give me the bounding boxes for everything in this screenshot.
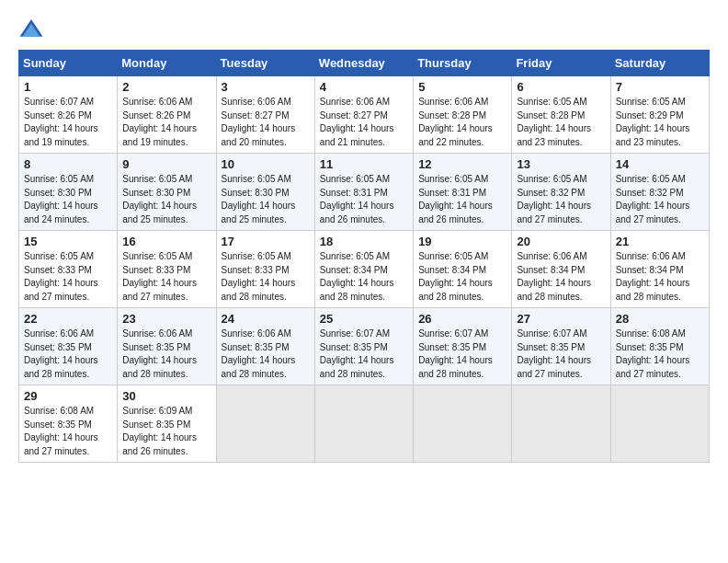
day-number: 16	[122, 235, 210, 248]
day-number: 4	[320, 80, 408, 94]
calendar-day-cell: 2Sunrise: 6:06 AMSunset: 8:26 PMDaylight…	[118, 76, 216, 154]
calendar-day-cell: 7Sunrise: 6:05 AMSunset: 8:29 PMDaylight…	[610, 76, 709, 154]
day-info: Sunrise: 6:06 AMSunset: 8:27 PMDaylight:…	[222, 96, 310, 149]
calendar-week-row: 29Sunrise: 6:08 AMSunset: 8:35 PMDayligh…	[19, 385, 710, 463]
day-number: 22	[24, 312, 112, 326]
calendar-day-cell: 6Sunrise: 6:05 AMSunset: 8:28 PMDaylight…	[512, 76, 610, 154]
day-number: 26	[418, 312, 506, 326]
calendar-day-cell: 12Sunrise: 6:05 AMSunset: 8:31 PMDayligh…	[414, 154, 512, 231]
calendar-body: 1Sunrise: 6:07 AMSunset: 8:26 PMDaylight…	[19, 76, 710, 463]
day-info: Sunrise: 6:05 AMSunset: 8:31 PMDaylight:…	[418, 173, 506, 226]
day-info: Sunrise: 6:05 AMSunset: 8:33 PMDaylight:…	[24, 250, 112, 304]
day-info: Sunrise: 6:07 AMSunset: 8:35 PMDaylight:…	[320, 327, 408, 381]
calendar-day-cell: 4Sunrise: 6:06 AMSunset: 8:27 PMDaylight…	[314, 76, 413, 154]
day-number: 20	[517, 235, 605, 248]
day-number: 12	[418, 157, 506, 171]
day-number: 19	[418, 235, 506, 248]
calendar-day-cell: 25Sunrise: 6:07 AMSunset: 8:35 PMDayligh…	[314, 308, 413, 385]
calendar-day-cell: 5Sunrise: 6:06 AMSunset: 8:28 PMDaylight…	[414, 76, 512, 154]
calendar-header-cell: Friday	[512, 51, 610, 76]
day-number: 11	[320, 157, 408, 171]
calendar-day-cell: 3Sunrise: 6:06 AMSunset: 8:27 PMDaylight…	[216, 76, 314, 154]
day-info: Sunrise: 6:06 AMSunset: 8:26 PMDaylight:…	[122, 96, 210, 149]
day-number: 2	[122, 80, 210, 94]
calendar-day-cell: 13Sunrise: 6:05 AMSunset: 8:32 PMDayligh…	[512, 154, 610, 231]
calendar-day-cell	[512, 385, 610, 463]
day-info: Sunrise: 6:06 AMSunset: 8:27 PMDaylight:…	[320, 96, 408, 149]
calendar-header-cell: Sunday	[19, 51, 118, 76]
day-number: 30	[122, 389, 210, 403]
day-info: Sunrise: 6:07 AMSunset: 8:35 PMDaylight:…	[418, 327, 506, 381]
day-info: Sunrise: 6:05 AMSunset: 8:28 PMDaylight:…	[517, 96, 605, 149]
day-info: Sunrise: 6:06 AMSunset: 8:35 PMDaylight:…	[122, 327, 210, 381]
calendar-header-cell: Tuesday	[216, 51, 314, 76]
day-number: 18	[320, 235, 408, 248]
day-info: Sunrise: 6:06 AMSunset: 8:35 PMDaylight:…	[222, 327, 310, 381]
calendar-week-row: 22Sunrise: 6:06 AMSunset: 8:35 PMDayligh…	[19, 308, 710, 385]
day-info: Sunrise: 6:06 AMSunset: 8:28 PMDaylight:…	[418, 96, 506, 149]
calendar-header-cell: Saturday	[610, 51, 709, 76]
calendar-day-cell: 10Sunrise: 6:05 AMSunset: 8:30 PMDayligh…	[216, 154, 314, 231]
calendar-day-cell: 15Sunrise: 6:05 AMSunset: 8:33 PMDayligh…	[19, 231, 118, 308]
day-info: Sunrise: 6:05 AMSunset: 8:29 PMDaylight:…	[616, 96, 704, 149]
calendar-day-cell	[314, 385, 413, 463]
calendar-day-cell: 1Sunrise: 6:07 AMSunset: 8:26 PMDaylight…	[19, 76, 118, 154]
day-info: Sunrise: 6:09 AMSunset: 8:35 PMDaylight:…	[122, 405, 210, 458]
day-number: 28	[616, 312, 704, 326]
calendar-header-cell: Wednesday	[314, 51, 413, 76]
calendar-day-cell	[216, 385, 314, 463]
day-number: 25	[320, 312, 408, 326]
day-info: Sunrise: 6:08 AMSunset: 8:35 PMDaylight:…	[616, 327, 704, 381]
day-info: Sunrise: 6:05 AMSunset: 8:32 PMDaylight:…	[616, 173, 704, 226]
day-number: 3	[222, 80, 310, 94]
calendar-day-cell: 11Sunrise: 6:05 AMSunset: 8:31 PMDayligh…	[314, 154, 413, 231]
calendar-day-cell: 8Sunrise: 6:05 AMSunset: 8:30 PMDaylight…	[19, 154, 118, 231]
day-info: Sunrise: 6:05 AMSunset: 8:30 PMDaylight:…	[24, 173, 112, 226]
calendar-header-cell: Monday	[118, 51, 216, 76]
day-number: 27	[517, 312, 605, 326]
calendar-day-cell: 29Sunrise: 6:08 AMSunset: 8:35 PMDayligh…	[19, 385, 118, 463]
day-number: 17	[222, 235, 310, 248]
calendar-week-row: 8Sunrise: 6:05 AMSunset: 8:30 PMDaylight…	[19, 154, 710, 231]
calendar-day-cell: 18Sunrise: 6:05 AMSunset: 8:34 PMDayligh…	[314, 231, 413, 308]
calendar-day-cell: 16Sunrise: 6:05 AMSunset: 8:33 PMDayligh…	[118, 231, 216, 308]
calendar-day-cell: 19Sunrise: 6:05 AMSunset: 8:34 PMDayligh…	[414, 231, 512, 308]
day-number: 1	[24, 80, 112, 94]
page: SundayMondayTuesdayWednesdayThursdayFrid…	[0, 0, 728, 563]
day-number: 21	[616, 235, 704, 248]
day-info: Sunrise: 6:07 AMSunset: 8:35 PMDaylight:…	[517, 327, 605, 381]
logo-icon	[18, 17, 44, 42]
day-number: 9	[122, 157, 210, 171]
day-number: 24	[222, 312, 310, 326]
calendar-day-cell: 14Sunrise: 6:05 AMSunset: 8:32 PMDayligh…	[610, 154, 709, 231]
calendar-day-cell: 23Sunrise: 6:06 AMSunset: 8:35 PMDayligh…	[118, 308, 216, 385]
day-info: Sunrise: 6:05 AMSunset: 8:30 PMDaylight:…	[122, 173, 210, 226]
day-info: Sunrise: 6:05 AMSunset: 8:32 PMDaylight:…	[517, 173, 605, 226]
calendar-day-cell: 27Sunrise: 6:07 AMSunset: 8:35 PMDayligh…	[512, 308, 610, 385]
calendar-day-cell: 9Sunrise: 6:05 AMSunset: 8:30 PMDaylight…	[118, 154, 216, 231]
calendar-week-row: 1Sunrise: 6:07 AMSunset: 8:26 PMDaylight…	[19, 76, 710, 154]
day-number: 14	[616, 157, 704, 171]
calendar-week-row: 15Sunrise: 6:05 AMSunset: 8:33 PMDayligh…	[19, 231, 710, 308]
calendar-day-cell: 17Sunrise: 6:05 AMSunset: 8:33 PMDayligh…	[216, 231, 314, 308]
header	[18, 17, 710, 42]
calendar: SundayMondayTuesdayWednesdayThursdayFrid…	[18, 50, 710, 463]
calendar-header: SundayMondayTuesdayWednesdayThursdayFrid…	[19, 51, 710, 76]
calendar-day-cell: 20Sunrise: 6:06 AMSunset: 8:34 PMDayligh…	[512, 231, 610, 308]
day-info: Sunrise: 6:05 AMSunset: 8:31 PMDaylight:…	[320, 173, 408, 226]
calendar-day-cell: 30Sunrise: 6:09 AMSunset: 8:35 PMDayligh…	[118, 385, 216, 463]
calendar-day-cell: 26Sunrise: 6:07 AMSunset: 8:35 PMDayligh…	[414, 308, 512, 385]
day-info: Sunrise: 6:07 AMSunset: 8:26 PMDaylight:…	[24, 96, 112, 149]
day-number: 13	[517, 157, 605, 171]
calendar-day-cell: 28Sunrise: 6:08 AMSunset: 8:35 PMDayligh…	[610, 308, 709, 385]
day-info: Sunrise: 6:05 AMSunset: 8:34 PMDaylight:…	[418, 250, 506, 304]
day-info: Sunrise: 6:08 AMSunset: 8:35 PMDaylight:…	[24, 405, 112, 458]
calendar-day-cell: 22Sunrise: 6:06 AMSunset: 8:35 PMDayligh…	[19, 308, 118, 385]
day-number: 7	[616, 80, 704, 94]
calendar-day-cell	[414, 385, 512, 463]
day-number: 8	[24, 157, 112, 171]
day-number: 5	[418, 80, 506, 94]
calendar-header-cell: Thursday	[414, 51, 512, 76]
day-info: Sunrise: 6:06 AMSunset: 8:35 PMDaylight:…	[24, 327, 112, 381]
calendar-day-cell	[610, 385, 709, 463]
